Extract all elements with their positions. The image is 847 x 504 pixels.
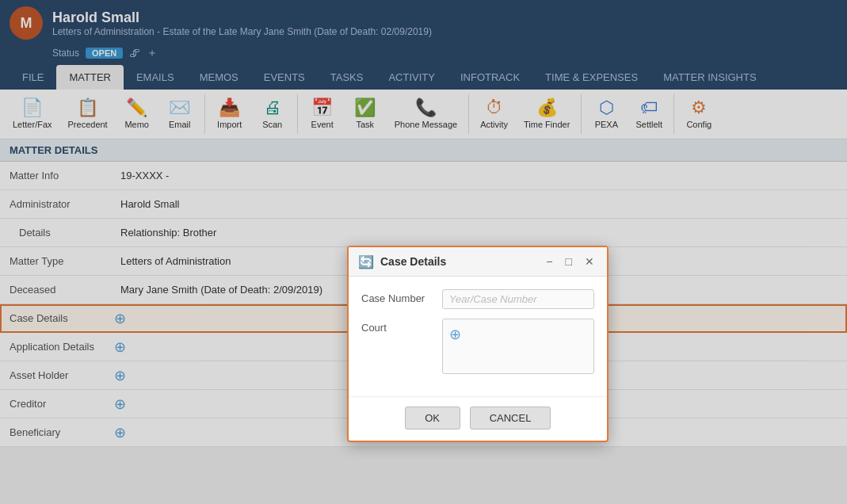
court-field-box[interactable]: ⊕ [442,319,594,374]
case-number-field-row: Case Number [361,289,594,309]
modal-minimize-button[interactable]: − [543,254,555,269]
modal-title-icon: 🔄 [358,254,374,269]
modal-title-text: Case Details [380,255,446,268]
case-details-modal: 🔄 Case Details − □ ✕ Case Number Court ⊕… [347,246,609,442]
modal-titlebar: 🔄 Case Details − □ ✕ [349,247,607,277]
modal-body: Case Number Court ⊕ [349,277,607,396]
modal-controls: − □ ✕ [543,254,597,269]
modal-footer: OK CANCEL [349,396,607,441]
modal-maximize-button[interactable]: □ [563,254,575,269]
case-number-label: Case Number [361,289,433,304]
court-add-icon[interactable]: ⊕ [449,326,461,342]
court-label: Court [361,319,433,334]
modal-close-button[interactable]: ✕ [582,254,597,269]
ok-button[interactable]: OK [405,407,460,430]
modal-title-area: 🔄 Case Details [358,254,446,269]
case-number-input[interactable] [442,289,594,309]
cancel-button[interactable]: CANCEL [470,407,551,430]
court-field-row: Court ⊕ [361,319,594,374]
